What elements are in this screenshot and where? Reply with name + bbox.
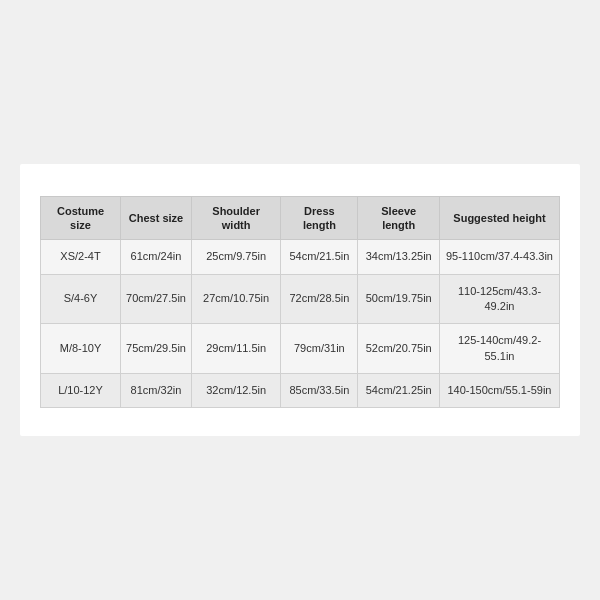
table-cell: 34cm/13.25in <box>358 240 440 274</box>
table-cell: 110-125cm/43.3-49.2in <box>439 274 559 324</box>
header-costume-size: Costume size <box>41 196 121 240</box>
table-cell: 61cm/24in <box>121 240 192 274</box>
table-cell: 140-150cm/55.1-59in <box>439 374 559 408</box>
header-dress-length: Dress length <box>281 196 358 240</box>
table-row: XS/2-4T61cm/24in25cm/9.75in54cm/21.5in34… <box>41 240 560 274</box>
table-cell: 95-110cm/37.4-43.3in <box>439 240 559 274</box>
table-cell: 54cm/21.5in <box>281 240 358 274</box>
table-cell: 25cm/9.75in <box>191 240 280 274</box>
table-row: S/4-6Y70cm/27.5in27cm/10.75in72cm/28.5in… <box>41 274 560 324</box>
header-shoulder-width: Shoulder width <box>191 196 280 240</box>
table-cell: 52cm/20.75in <box>358 324 440 374</box>
table-cell: 79cm/31in <box>281 324 358 374</box>
table-body: XS/2-4T61cm/24in25cm/9.75in54cm/21.5in34… <box>41 240 560 408</box>
table-cell: M/8-10Y <box>41 324 121 374</box>
table-cell: XS/2-4T <box>41 240 121 274</box>
table-cell: 125-140cm/49.2-55.1in <box>439 324 559 374</box>
table-cell: S/4-6Y <box>41 274 121 324</box>
table-cell: 29cm/11.5in <box>191 324 280 374</box>
table-cell: 85cm/33.5in <box>281 374 358 408</box>
header-sleeve-length: Sleeve length <box>358 196 440 240</box>
table-cell: 72cm/28.5in <box>281 274 358 324</box>
size-chart-card: Costume size Chest size Shoulder width D… <box>20 164 580 437</box>
table-row: M/8-10Y75cm/29.5in29cm/11.5in79cm/31in52… <box>41 324 560 374</box>
table-cell: 50cm/19.75in <box>358 274 440 324</box>
table-cell: 27cm/10.75in <box>191 274 280 324</box>
table-cell: 81cm/32in <box>121 374 192 408</box>
table-cell: 70cm/27.5in <box>121 274 192 324</box>
table-cell: L/10-12Y <box>41 374 121 408</box>
table-cell: 54cm/21.25in <box>358 374 440 408</box>
header-chest-size: Chest size <box>121 196 192 240</box>
table-header-row: Costume size Chest size Shoulder width D… <box>41 196 560 240</box>
header-suggested-height: Suggested height <box>439 196 559 240</box>
table-row: L/10-12Y81cm/32in32cm/12.5in85cm/33.5in5… <box>41 374 560 408</box>
size-chart-table: Costume size Chest size Shoulder width D… <box>40 196 560 409</box>
table-cell: 75cm/29.5in <box>121 324 192 374</box>
table-cell: 32cm/12.5in <box>191 374 280 408</box>
